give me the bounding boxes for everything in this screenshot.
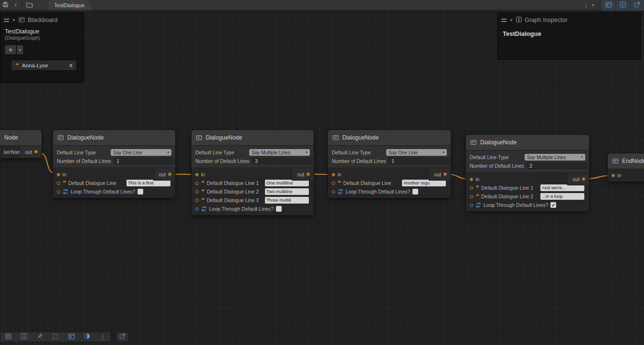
graph-node-n3[interactable]: DialogueNodeDefault Line TypeSay One Lin… <box>327 129 451 198</box>
port-label: Loop Through Default Lines? <box>71 189 135 194</box>
node-title-bar[interactable]: DialogueNode <box>191 130 314 146</box>
port-out[interactable] <box>582 177 585 181</box>
port-text-field[interactable]: This is a first <box>127 180 170 186</box>
property-dropdown[interactable]: Say One Line▾ <box>111 149 171 156</box>
collapse-arrow-icon[interactable]: ▼ <box>12 18 16 22</box>
quote-icon: “ <box>201 190 204 194</box>
node-title-bar[interactable]: DialogueNode <box>328 130 451 146</box>
loop-checkbox[interactable] <box>412 189 418 194</box>
port-out[interactable] <box>443 172 447 176</box>
port-line3[interactable] <box>195 199 199 202</box>
graph-node-speaker[interactable]: NodekerNameout <box>0 129 42 159</box>
property-dropdown[interactable]: Say One Line▾ <box>386 149 447 156</box>
loop-icon <box>475 202 481 208</box>
node-title-bar[interactable]: Node <box>0 130 42 146</box>
inspector-button[interactable] <box>16 332 32 342</box>
blackboard-menu-icon[interactable] <box>4 19 9 22</box>
collapse-arrow-icon[interactable]: ▼ <box>509 18 513 22</box>
property-number-field[interactable]: 1 <box>114 158 174 164</box>
toolbar-menu-button[interactable]: ⋮ ▾ <box>579 0 598 11</box>
port-out[interactable] <box>306 172 310 176</box>
port-in[interactable] <box>332 173 335 176</box>
property-dropdown[interactable]: Say Multiple Lines▾ <box>249 149 310 156</box>
preview-button[interactable] <box>79 332 95 342</box>
blackboard-field-row[interactable]: “ Anna-Lyse < <box>11 60 77 71</box>
loop-checkbox[interactable] <box>276 206 282 212</box>
port-out[interactable] <box>34 150 38 153</box>
graph-node-n1[interactable]: DialogueNodeDefault Line TypeSay One Lin… <box>53 129 176 198</box>
port-label: Default Dialogue Line 1 <box>481 185 538 191</box>
port-line2[interactable] <box>470 195 473 198</box>
port-out[interactable] <box>168 172 171 176</box>
node-title-bar[interactable]: DialogueNode <box>466 135 589 151</box>
port-line2[interactable] <box>195 190 199 194</box>
property-dropdown[interactable]: Say Multiple Lines▾ <box>525 154 585 161</box>
more-button[interactable]: ⋮ <box>95 332 111 342</box>
dropdown-arrow-icon: ▾ <box>13 3 18 7</box>
loop-icon <box>338 189 343 194</box>
output-port-row: out <box>567 173 589 185</box>
port-text-field[interactable]: Two multiline <box>265 188 309 195</box>
port-loop[interactable] <box>57 190 60 194</box>
port-line[interactable] <box>57 182 60 185</box>
port-text-field[interactable]: One multiline <box>265 180 309 186</box>
string-quote-icon: “ <box>15 64 19 67</box>
popout-button[interactable] <box>116 332 128 342</box>
node-property-row: Number of Default Lines1 <box>53 157 175 165</box>
port-in[interactable] <box>195 173 199 176</box>
collapse-chevron-icon[interactable]: < <box>70 61 73 69</box>
graph-node-end[interactable]: EndNodein <box>607 153 644 182</box>
port-line1[interactable] <box>195 182 199 185</box>
frame-button[interactable] <box>48 332 63 342</box>
blackboard-toggle-button[interactable] <box>601 0 615 11</box>
graph-tab[interactable]: TestDialogue <box>49 0 93 11</box>
save-icon <box>2 1 9 10</box>
port-loop[interactable] <box>195 207 199 211</box>
save-button[interactable] <box>0 0 11 11</box>
port-text-field[interactable]: Another regu <box>402 180 446 186</box>
property-number-field[interactable]: 3 <box>252 158 313 164</box>
dropdown-arrow-icon: ▾ <box>443 151 444 154</box>
dropdown-value: Say Multiple Lines <box>252 150 290 155</box>
port-line1[interactable] <box>470 186 473 190</box>
graph-node-n4[interactable]: DialogueNodeDefault Line TypeSay Multipl… <box>465 134 590 212</box>
node-property-row: Default Line TypeSay One Line▾ <box>53 148 175 157</box>
graph-node-n2[interactable]: DialogueNodeDefault Line TypeSay Multipl… <box>191 129 314 216</box>
blackboard-icon <box>19 16 25 24</box>
port-line[interactable] <box>332 182 335 185</box>
add-property-button[interactable]: + <box>5 45 16 54</box>
tools-button[interactable] <box>32 332 48 342</box>
port-loop[interactable] <box>332 190 335 194</box>
port-in[interactable] <box>470 178 473 181</box>
dialogue-node-icon <box>196 134 202 141</box>
quote-icon: “ <box>475 194 479 198</box>
node-title-bar[interactable]: EndNode <box>608 153 644 169</box>
input-port-row: Loop Through Default Lines? <box>191 205 314 213</box>
blackboard-field-name: Anna-Lyse <box>22 63 48 68</box>
output-port-row: out <box>153 168 175 181</box>
port-in[interactable] <box>612 174 615 177</box>
loop-checkbox[interactable] <box>550 202 556 208</box>
property-number-field[interactable]: 1 <box>389 158 449 164</box>
end-node-icon <box>612 158 619 164</box>
port-in[interactable] <box>57 173 60 176</box>
toolbar-separator <box>22 1 22 9</box>
loop-checkbox[interactable] <box>137 189 143 194</box>
port-text-field[interactable]: ...in a loop <box>540 193 584 200</box>
property-number-field[interactable]: 2 <box>527 162 587 169</box>
inspector-menu-icon[interactable] <box>501 19 507 22</box>
property-label: Number of Default Lines <box>57 158 111 164</box>
port-loop[interactable] <box>470 204 473 207</box>
open-folder-button[interactable] <box>24 0 35 11</box>
popout-toggle-button[interactable] <box>630 0 644 11</box>
add-property-dropdown-button[interactable]: ▾ <box>17 45 23 54</box>
blackboard-button[interactable] <box>63 332 79 342</box>
node-title-bar[interactable]: DialogueNode <box>53 130 175 146</box>
port-text-field[interactable]: Three multili <box>265 197 309 204</box>
save-dropdown-button[interactable]: ▾ <box>11 0 21 11</box>
node-title: EndNode <box>622 158 644 164</box>
inspector-toggle-button[interactable] <box>615 0 630 11</box>
port-text-field[interactable]: And we're... <box>540 184 584 191</box>
port-label: out <box>25 149 32 155</box>
console-button[interactable] <box>0 332 16 342</box>
